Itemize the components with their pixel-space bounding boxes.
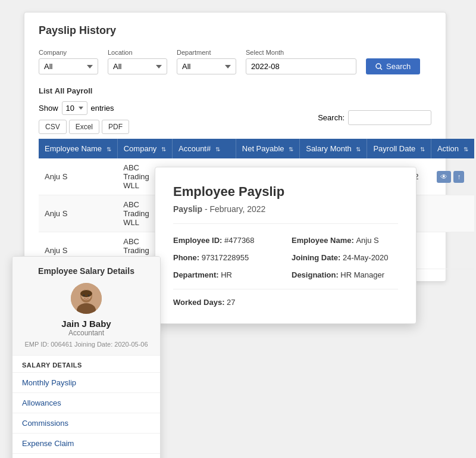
- col-action: Action ⇅: [431, 139, 474, 158]
- payslip-fields-grid: Employee ID: #477368 Employee Name: Anju…: [173, 236, 398, 289]
- month-filter-group: Select Month: [246, 49, 356, 74]
- salary-menu-item[interactable]: Monthly Payslip: [12, 372, 160, 392]
- company-filter-group: Company All: [39, 49, 98, 74]
- salary-menu-item[interactable]: Allowances: [12, 392, 160, 413]
- employee-meta: EMP ID: 006461 Joining Date: 2020-05-06: [22, 341, 151, 348]
- entries-select[interactable]: 10 25 50: [62, 101, 87, 115]
- filter-row: Company All Location All Department All …: [39, 49, 431, 74]
- salary-panel-title: Employee Salary Details: [22, 266, 151, 276]
- field-employee-name: Employee Name: Anju S: [292, 236, 398, 245]
- month-input[interactable]: [246, 58, 356, 74]
- export-buttons: CSV Excel PDF: [39, 120, 129, 134]
- payslip-worked-days: Worked Days: 27: [173, 298, 398, 307]
- salary-menu: Monthly PayslipAllowancesCommissionsExpe…: [12, 372, 160, 458]
- field-phone: Phone: 97317228955: [173, 253, 280, 262]
- department-label: Department: [177, 49, 236, 56]
- col-employee-name[interactable]: Employee Name ⇅: [39, 139, 117, 158]
- cell-action: [431, 232, 474, 269]
- sort-icon-employee: ⇅: [107, 146, 111, 152]
- payslip-period: Payslip - February, 2022: [173, 204, 398, 224]
- action-icons: 👁 ↑: [437, 171, 468, 183]
- excel-button[interactable]: Excel: [69, 120, 99, 134]
- table-controls: Show 10 25 50 entries CSV Excel PDF Sear…: [39, 101, 431, 134]
- col-company[interactable]: Company ⇅: [117, 139, 172, 158]
- svg-point-7: [83, 295, 85, 297]
- cell-employee-name: Anju S: [39, 195, 117, 232]
- cell-employee-name: Anju S: [39, 158, 117, 195]
- csv-button[interactable]: CSV: [39, 120, 67, 134]
- svg-point-8: [88, 295, 90, 297]
- table-search-field: Search:: [318, 110, 431, 125]
- field-department: Department: HR: [173, 270, 280, 279]
- search-button[interactable]: Search: [366, 58, 420, 74]
- salary-details-panel: Employee Salary Details Jain J Baby Acco…: [12, 256, 161, 458]
- search-icon: [375, 63, 383, 70]
- col-net-payable[interactable]: Net Payable ⇅: [236, 139, 299, 158]
- salary-menu-item[interactable]: Commissions: [12, 413, 160, 433]
- location-label: Location: [108, 49, 167, 56]
- salary-menu-item[interactable]: Expense Claim: [12, 433, 160, 453]
- field-designation: Designation: HR Manager: [292, 270, 398, 279]
- svg-point-0: [376, 64, 381, 68]
- employee-name: Jain J Baby: [22, 319, 151, 329]
- field-employee-id: Employee ID: #477368: [173, 236, 280, 245]
- salary-menu-item[interactable]: Statutory deductions: [12, 453, 160, 458]
- table-search-input[interactable]: [348, 110, 431, 125]
- avatar-image: [71, 283, 102, 314]
- sort-icon-action: ⇅: [464, 146, 468, 152]
- location-select[interactable]: All: [108, 58, 167, 74]
- svg-point-6: [80, 290, 92, 297]
- company-label: Company: [39, 49, 98, 56]
- company-select[interactable]: All: [39, 58, 98, 74]
- payslip-modal: Employee Payslip Payslip - February, 202…: [155, 167, 416, 324]
- sort-icon-company: ⇅: [161, 146, 166, 152]
- col-account[interactable]: Account# ⇅: [173, 139, 236, 158]
- page-title: Payslip History: [39, 24, 431, 37]
- sort-icon-salary: ⇅: [356, 146, 361, 152]
- svg-line-1: [380, 68, 382, 70]
- sort-icon-account: ⇅: [215, 146, 220, 152]
- payslip-title: Employee Payslip: [173, 184, 398, 200]
- sort-icon-net: ⇅: [289, 146, 293, 152]
- month-label: Select Month: [246, 49, 356, 56]
- salary-header: Employee Salary Details Jain J Baby Acco…: [12, 257, 160, 356]
- cell-action: 👁 ↑: [431, 158, 474, 195]
- location-filter-group: Location All: [108, 49, 167, 74]
- department-filter-group: Department All: [177, 49, 236, 74]
- avatar: [71, 283, 102, 314]
- cell-action: [431, 195, 474, 232]
- col-payroll-date[interactable]: Payroll Date ⇅: [367, 139, 431, 158]
- list-label: List All Payroll: [39, 86, 431, 95]
- edit-button[interactable]: ↑: [453, 171, 464, 183]
- view-button[interactable]: 👁: [437, 171, 451, 183]
- pdf-button[interactable]: PDF: [102, 120, 129, 134]
- employee-role: Accountant: [22, 329, 151, 337]
- field-joining-date: Joining Date: 24-May-2020: [292, 253, 398, 262]
- salary-details-label: SALARY DETAILS: [12, 356, 160, 372]
- department-select[interactable]: All: [177, 58, 236, 74]
- sort-icon-payroll: ⇅: [420, 146, 425, 152]
- col-salary-month[interactable]: Salary Month ⇅: [300, 139, 367, 158]
- show-entries: Show 10 25 50 entries: [39, 101, 129, 115]
